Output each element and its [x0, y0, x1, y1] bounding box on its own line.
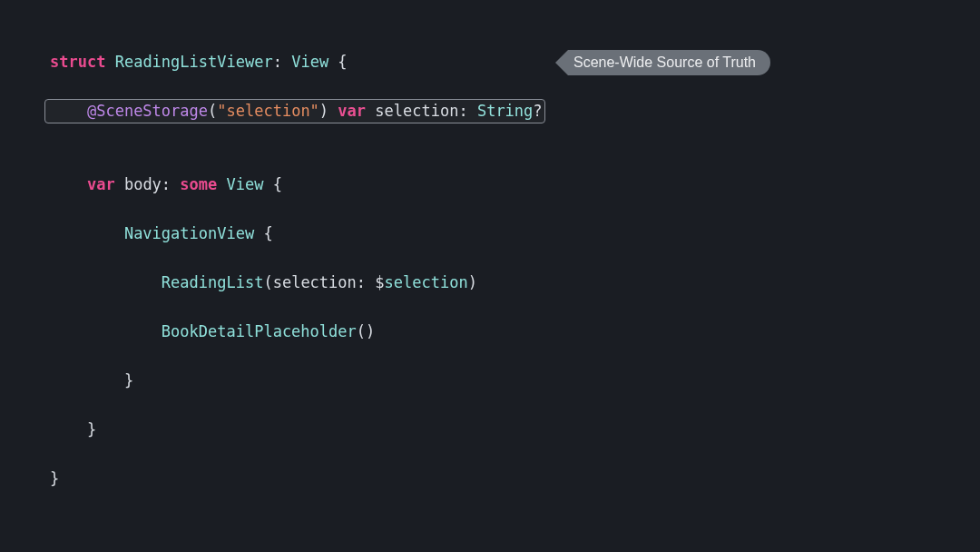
call-navigationview: NavigationView — [124, 224, 254, 242]
code-line-5: NavigationView { — [50, 222, 543, 246]
code-line-1: struct ReadingListViewer: View { — [50, 50, 543, 74]
code-line-4: var body: some View { — [50, 172, 543, 197]
binding-selection: selection — [385, 273, 468, 291]
attribute: @SceneStorage — [87, 102, 208, 120]
keyword-struct: struct — [50, 53, 105, 71]
code-block: struct ReadingListViewer: View { @SceneS… — [50, 25, 543, 516]
keyword-var: var — [328, 102, 366, 120]
code-line-6: ReadingList(selection: $selection) — [50, 271, 543, 295]
annotation-callout: Scene-Wide Source of Truth — [555, 50, 770, 75]
code-line-2-highlighted: @SceneStorage("selection") var selection… — [50, 99, 543, 123]
keyword-some: some — [171, 175, 217, 193]
code-line-8: } — [50, 369, 543, 393]
call-readinglist: ReadingList — [162, 273, 264, 291]
code-line-10: } — [50, 467, 543, 491]
type-view: View — [217, 175, 263, 193]
code-line-9: } — [50, 418, 543, 442]
string-literal: "selection" — [217, 102, 319, 120]
type-string: String — [468, 102, 534, 120]
type-name: ReadingListViewer — [115, 53, 273, 71]
var-name: selection — [366, 102, 458, 120]
property-body: body — [115, 175, 162, 193]
callout-label: Scene-Wide Source of Truth — [568, 50, 770, 75]
arg-label: selection — [273, 273, 357, 291]
call-placeholder: BookDetailPlaceholder — [162, 322, 357, 340]
protocol-name: View — [282, 53, 328, 71]
code-line-7: BookDetailPlaceholder() — [50, 320, 543, 344]
keyword-var: var — [87, 175, 115, 193]
callout-arrow-icon — [555, 50, 568, 75]
